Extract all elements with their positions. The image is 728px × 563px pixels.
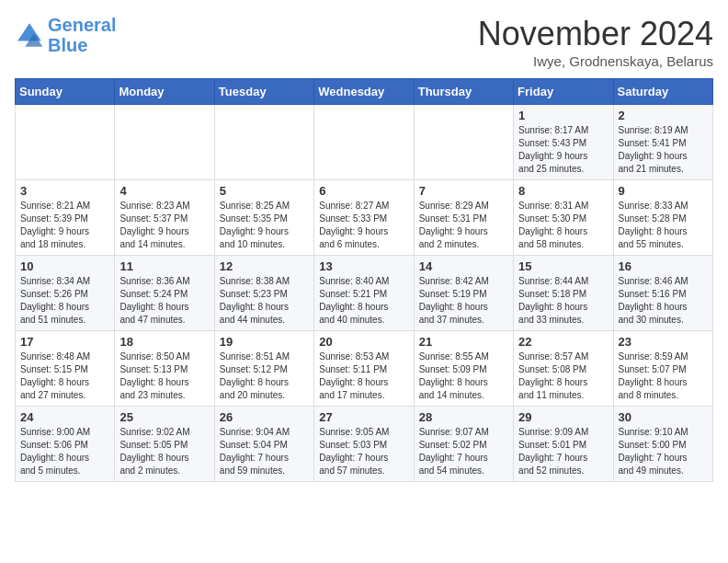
day-info: Sunrise: 8:17 AM Sunset: 5:43 PM Dayligh… <box>518 124 608 176</box>
week-row-1: 3Sunrise: 8:21 AM Sunset: 5:39 PM Daylig… <box>16 180 713 256</box>
day-cell: 28Sunrise: 9:07 AM Sunset: 5:02 PM Dayli… <box>414 407 513 482</box>
day-info: Sunrise: 9:00 AM Sunset: 5:06 PM Dayligh… <box>20 426 109 477</box>
day-cell: 4Sunrise: 8:23 AM Sunset: 5:37 PM Daylig… <box>115 180 214 256</box>
day-number: 26 <box>220 410 309 424</box>
day-info: Sunrise: 8:42 AM Sunset: 5:19 PM Dayligh… <box>419 275 508 327</box>
subtitle: Iwye, Grodnenskaya, Belarus <box>478 53 713 69</box>
day-cell: 5Sunrise: 8:25 AM Sunset: 5:35 PM Daylig… <box>214 180 313 256</box>
day-cell: 11Sunrise: 8:36 AM Sunset: 5:24 PM Dayli… <box>115 256 214 331</box>
week-row-3: 17Sunrise: 8:48 AM Sunset: 5:15 PM Dayli… <box>16 331 713 407</box>
day-cell <box>414 105 513 180</box>
day-cell: 27Sunrise: 9:05 AM Sunset: 5:03 PM Dayli… <box>314 407 414 482</box>
calendar-table: SundayMondayTuesdayWednesdayThursdayFrid… <box>15 78 713 482</box>
day-cell: 21Sunrise: 8:55 AM Sunset: 5:09 PM Dayli… <box>414 331 513 407</box>
day-cell: 26Sunrise: 9:04 AM Sunset: 5:04 PM Dayli… <box>214 407 313 482</box>
header: General Blue November 2024 Iwye, Grodnen… <box>15 15 713 69</box>
day-info: Sunrise: 8:53 AM Sunset: 5:11 PM Dayligh… <box>319 350 408 402</box>
day-info: Sunrise: 9:07 AM Sunset: 5:02 PM Dayligh… <box>419 426 508 477</box>
day-number: 25 <box>119 410 209 424</box>
day-cell: 16Sunrise: 8:46 AM Sunset: 5:16 PM Dayli… <box>613 256 712 331</box>
day-cell: 14Sunrise: 8:42 AM Sunset: 5:19 PM Dayli… <box>414 256 513 331</box>
day-cell: 29Sunrise: 9:09 AM Sunset: 5:01 PM Dayli… <box>514 407 613 482</box>
header-wednesday: Wednesday <box>314 79 414 105</box>
day-info: Sunrise: 9:05 AM Sunset: 5:03 PM Dayligh… <box>319 426 408 477</box>
title-area: November 2024 Iwye, Grodnenskaya, Belaru… <box>478 15 713 69</box>
svg-marker-0 <box>17 23 41 40</box>
day-cell: 17Sunrise: 8:48 AM Sunset: 5:15 PM Dayli… <box>16 331 115 407</box>
day-cell: 19Sunrise: 8:51 AM Sunset: 5:12 PM Dayli… <box>214 331 313 407</box>
week-row-4: 24Sunrise: 9:00 AM Sunset: 5:06 PM Dayli… <box>16 407 713 482</box>
day-info: Sunrise: 8:29 AM Sunset: 5:31 PM Dayligh… <box>419 200 508 251</box>
day-cell: 24Sunrise: 9:00 AM Sunset: 5:06 PM Dayli… <box>16 407 115 482</box>
day-info: Sunrise: 8:27 AM Sunset: 5:33 PM Dayligh… <box>319 200 408 251</box>
day-cell: 6Sunrise: 8:27 AM Sunset: 5:33 PM Daylig… <box>314 180 414 256</box>
day-info: Sunrise: 8:31 AM Sunset: 5:30 PM Dayligh… <box>518 200 608 251</box>
day-number: 9 <box>619 184 708 198</box>
day-number: 21 <box>419 335 508 349</box>
day-number: 1 <box>518 109 608 122</box>
day-info: Sunrise: 8:55 AM Sunset: 5:09 PM Dayligh… <box>419 350 508 402</box>
day-number: 6 <box>319 184 408 198</box>
day-cell: 10Sunrise: 8:34 AM Sunset: 5:26 PM Dayli… <box>16 256 115 331</box>
month-title: November 2024 <box>478 15 713 53</box>
day-cell: 7Sunrise: 8:29 AM Sunset: 5:31 PM Daylig… <box>414 180 513 256</box>
logo-line1: General <box>48 15 116 35</box>
header-thursday: Thursday <box>414 79 513 105</box>
day-number: 13 <box>319 259 408 273</box>
day-cell: 2Sunrise: 8:19 AM Sunset: 5:41 PM Daylig… <box>613 105 712 180</box>
day-info: Sunrise: 8:19 AM Sunset: 5:41 PM Dayligh… <box>619 124 708 176</box>
week-row-2: 10Sunrise: 8:34 AM Sunset: 5:26 PM Dayli… <box>16 256 713 331</box>
day-number: 12 <box>220 259 309 273</box>
day-cell: 23Sunrise: 8:59 AM Sunset: 5:07 PM Dayli… <box>613 331 712 407</box>
day-number: 27 <box>319 410 408 424</box>
day-cell <box>214 105 313 180</box>
day-info: Sunrise: 8:46 AM Sunset: 5:16 PM Dayligh… <box>619 275 708 327</box>
day-number: 11 <box>119 259 209 273</box>
day-cell: 12Sunrise: 8:38 AM Sunset: 5:23 PM Dayli… <box>214 256 313 331</box>
day-info: Sunrise: 9:09 AM Sunset: 5:01 PM Dayligh… <box>518 426 608 477</box>
day-cell: 20Sunrise: 8:53 AM Sunset: 5:11 PM Dayli… <box>314 331 414 407</box>
week-row-0: 1Sunrise: 8:17 AM Sunset: 5:43 PM Daylig… <box>16 105 713 180</box>
day-cell: 9Sunrise: 8:33 AM Sunset: 5:28 PM Daylig… <box>613 180 712 256</box>
day-info: Sunrise: 8:34 AM Sunset: 5:26 PM Dayligh… <box>20 275 109 327</box>
day-cell: 25Sunrise: 9:02 AM Sunset: 5:05 PM Dayli… <box>115 407 214 482</box>
day-number: 19 <box>220 335 309 349</box>
day-info: Sunrise: 9:04 AM Sunset: 5:04 PM Dayligh… <box>220 426 309 477</box>
day-info: Sunrise: 8:59 AM Sunset: 5:07 PM Dayligh… <box>619 350 708 402</box>
day-cell <box>314 105 414 180</box>
day-number: 7 <box>419 184 508 198</box>
day-number: 30 <box>619 410 708 424</box>
day-info: Sunrise: 8:33 AM Sunset: 5:28 PM Dayligh… <box>619 200 708 251</box>
day-cell: 22Sunrise: 8:57 AM Sunset: 5:08 PM Dayli… <box>514 331 613 407</box>
day-number: 2 <box>619 109 708 122</box>
day-number: 28 <box>419 410 508 424</box>
day-info: Sunrise: 8:36 AM Sunset: 5:24 PM Dayligh… <box>119 275 209 327</box>
day-number: 14 <box>419 259 508 273</box>
day-cell <box>115 105 214 180</box>
day-info: Sunrise: 8:25 AM Sunset: 5:35 PM Dayligh… <box>220 200 309 251</box>
day-info: Sunrise: 8:23 AM Sunset: 5:37 PM Dayligh… <box>119 200 209 251</box>
day-number: 20 <box>319 335 408 349</box>
day-info: Sunrise: 8:44 AM Sunset: 5:18 PM Dayligh… <box>518 275 608 327</box>
day-info: Sunrise: 8:48 AM Sunset: 5:15 PM Dayligh… <box>20 350 109 402</box>
logo-text: General Blue <box>48 15 116 55</box>
day-number: 15 <box>518 259 608 273</box>
day-number: 16 <box>619 259 708 273</box>
header-saturday: Saturday <box>613 79 712 105</box>
day-number: 4 <box>119 184 209 198</box>
day-number: 17 <box>20 335 109 349</box>
day-number: 8 <box>518 184 608 198</box>
day-info: Sunrise: 8:40 AM Sunset: 5:21 PM Dayligh… <box>319 275 408 327</box>
day-info: Sunrise: 8:38 AM Sunset: 5:23 PM Dayligh… <box>220 275 309 327</box>
header-monday: Monday <box>115 79 214 105</box>
calendar-header-row: SundayMondayTuesdayWednesdayThursdayFrid… <box>16 79 713 105</box>
day-number: 22 <box>518 335 608 349</box>
day-number: 18 <box>119 335 209 349</box>
day-number: 5 <box>220 184 309 198</box>
day-cell: 1Sunrise: 8:17 AM Sunset: 5:43 PM Daylig… <box>514 105 613 180</box>
day-number: 23 <box>619 335 708 349</box>
day-cell: 15Sunrise: 8:44 AM Sunset: 5:18 PM Dayli… <box>514 256 613 331</box>
day-cell: 18Sunrise: 8:50 AM Sunset: 5:13 PM Dayli… <box>115 331 214 407</box>
day-number: 29 <box>518 410 608 424</box>
day-info: Sunrise: 8:21 AM Sunset: 5:39 PM Dayligh… <box>20 200 109 251</box>
